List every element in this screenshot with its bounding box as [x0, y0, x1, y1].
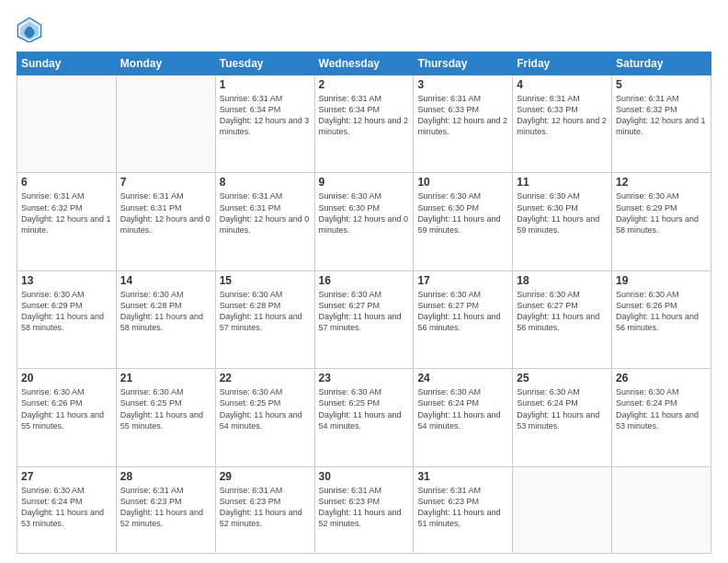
day-number: 3 — [417, 78, 508, 91]
day-info: Sunrise: 6:30 AM Sunset: 6:30 PM Dayligh… — [417, 190, 508, 236]
day-info: Sunrise: 6:30 AM Sunset: 6:24 PM Dayligh… — [417, 386, 508, 431]
calendar-cell: 1Sunrise: 6:31 AM Sunset: 6:34 PM Daylig… — [215, 75, 314, 173]
day-number: 17 — [417, 274, 508, 287]
logo — [17, 17, 46, 42]
day-number: 13 — [21, 274, 112, 287]
calendar-cell: 16Sunrise: 6:30 AM Sunset: 6:27 PM Dayli… — [314, 270, 414, 368]
day-info: Sunrise: 6:31 AM Sunset: 6:33 PM Dayligh… — [417, 93, 508, 138]
day-number: 11 — [517, 176, 608, 189]
day-info: Sunrise: 6:31 AM Sunset: 6:34 PM Dayligh… — [220, 93, 311, 138]
week-row-4: 27Sunrise: 6:30 AM Sunset: 6:24 PM Dayli… — [17, 466, 711, 553]
week-row-2: 13Sunrise: 6:30 AM Sunset: 6:29 PM Dayli… — [17, 270, 711, 368]
header-row: SundayMondayTuesdayWednesdayThursdayFrid… — [17, 52, 711, 75]
week-row-3: 20Sunrise: 6:30 AM Sunset: 6:26 PM Dayli… — [17, 369, 711, 466]
day-number: 10 — [417, 176, 508, 189]
day-number: 24 — [417, 372, 508, 385]
day-info: Sunrise: 6:30 AM Sunset: 6:27 PM Dayligh… — [319, 289, 410, 334]
week-row-1: 6Sunrise: 6:31 AM Sunset: 6:32 PM Daylig… — [17, 173, 711, 270]
day-info: Sunrise: 6:31 AM Sunset: 6:23 PM Dayligh… — [319, 485, 410, 530]
day-info: Sunrise: 6:31 AM Sunset: 6:33 PM Dayligh… — [517, 93, 608, 138]
day-number: 29 — [220, 470, 311, 483]
calendar-cell: 18Sunrise: 6:30 AM Sunset: 6:27 PM Dayli… — [513, 270, 612, 368]
day-number: 27 — [21, 470, 112, 483]
day-info: Sunrise: 6:31 AM Sunset: 6:32 PM Dayligh… — [616, 93, 707, 138]
day-number: 30 — [319, 470, 410, 483]
day-number: 21 — [120, 372, 211, 385]
day-number: 12 — [616, 176, 707, 189]
calendar-cell: 4Sunrise: 6:31 AM Sunset: 6:33 PM Daylig… — [513, 75, 612, 173]
day-info: Sunrise: 6:31 AM Sunset: 6:23 PM Dayligh… — [220, 485, 311, 530]
day-number: 14 — [120, 274, 211, 287]
calendar-cell: 20Sunrise: 6:30 AM Sunset: 6:26 PM Dayli… — [17, 369, 117, 466]
calendar-cell: 23Sunrise: 6:30 AM Sunset: 6:25 PM Dayli… — [314, 369, 414, 466]
day-number: 20 — [21, 372, 112, 385]
calendar-cell: 30Sunrise: 6:31 AM Sunset: 6:23 PM Dayli… — [314, 466, 414, 553]
day-info: Sunrise: 6:30 AM Sunset: 6:29 PM Dayligh… — [21, 289, 112, 334]
day-info: Sunrise: 6:31 AM Sunset: 6:31 PM Dayligh… — [120, 190, 211, 236]
day-info: Sunrise: 6:30 AM Sunset: 6:24 PM Dayligh… — [616, 386, 707, 431]
day-info: Sunrise: 6:31 AM Sunset: 6:31 PM Dayligh… — [220, 190, 311, 236]
calendar-cell: 25Sunrise: 6:30 AM Sunset: 6:24 PM Dayli… — [513, 369, 612, 466]
calendar-cell: 21Sunrise: 6:30 AM Sunset: 6:25 PM Dayli… — [116, 369, 215, 466]
calendar-cell: 31Sunrise: 6:31 AM Sunset: 6:23 PM Dayli… — [414, 466, 513, 553]
day-info: Sunrise: 6:30 AM Sunset: 6:25 PM Dayligh… — [120, 386, 211, 431]
calendar-cell: 17Sunrise: 6:30 AM Sunset: 6:27 PM Dayli… — [414, 270, 513, 368]
calendar-cell: 12Sunrise: 6:30 AM Sunset: 6:29 PM Dayli… — [612, 173, 711, 270]
day-info: Sunrise: 6:30 AM Sunset: 6:30 PM Dayligh… — [319, 190, 410, 236]
day-number: 16 — [319, 274, 410, 287]
day-info: Sunrise: 6:31 AM Sunset: 6:32 PM Dayligh… — [21, 190, 112, 236]
day-number: 26 — [616, 372, 707, 385]
calendar-cell — [17, 75, 117, 173]
calendar-cell — [116, 75, 215, 173]
calendar-cell — [513, 466, 612, 553]
day-number: 2 — [319, 78, 410, 91]
calendar-cell — [612, 466, 711, 553]
day-info: Sunrise: 6:30 AM Sunset: 6:26 PM Dayligh… — [616, 289, 707, 334]
day-number: 23 — [319, 372, 410, 385]
day-info: Sunrise: 6:30 AM Sunset: 6:27 PM Dayligh… — [417, 289, 508, 334]
day-number: 31 — [417, 470, 508, 483]
header-cell-thursday: Thursday — [414, 52, 513, 75]
calendar-cell: 6Sunrise: 6:31 AM Sunset: 6:32 PM Daylig… — [17, 173, 117, 270]
day-number: 25 — [517, 372, 608, 385]
day-number: 9 — [319, 176, 410, 189]
calendar-cell: 8Sunrise: 6:31 AM Sunset: 6:31 PM Daylig… — [215, 173, 314, 270]
page: SundayMondayTuesdayWednesdayThursdayFrid… — [0, 0, 728, 563]
day-number: 15 — [220, 274, 311, 287]
calendar-cell: 7Sunrise: 6:31 AM Sunset: 6:31 PM Daylig… — [116, 173, 215, 270]
day-info: Sunrise: 6:30 AM Sunset: 6:24 PM Dayligh… — [517, 386, 608, 431]
day-info: Sunrise: 6:31 AM Sunset: 6:23 PM Dayligh… — [120, 485, 211, 530]
calendar-cell: 27Sunrise: 6:30 AM Sunset: 6:24 PM Dayli… — [17, 466, 117, 553]
day-number: 5 — [616, 78, 707, 91]
day-info: Sunrise: 6:31 AM Sunset: 6:34 PM Dayligh… — [319, 93, 410, 138]
calendar-cell: 3Sunrise: 6:31 AM Sunset: 6:33 PM Daylig… — [414, 75, 513, 173]
day-number: 8 — [220, 176, 311, 189]
day-info: Sunrise: 6:30 AM Sunset: 6:27 PM Dayligh… — [517, 289, 608, 334]
week-row-0: 1Sunrise: 6:31 AM Sunset: 6:34 PM Daylig… — [17, 75, 711, 173]
calendar-cell: 26Sunrise: 6:30 AM Sunset: 6:24 PM Dayli… — [612, 369, 711, 466]
day-number: 6 — [21, 176, 112, 189]
header-cell-saturday: Saturday — [612, 52, 711, 75]
calendar-body: 1Sunrise: 6:31 AM Sunset: 6:34 PM Daylig… — [17, 75, 711, 554]
day-info: Sunrise: 6:30 AM Sunset: 6:25 PM Dayligh… — [319, 386, 410, 431]
calendar-cell: 13Sunrise: 6:30 AM Sunset: 6:29 PM Dayli… — [17, 270, 117, 368]
header-cell-sunday: Sunday — [17, 52, 117, 75]
day-info: Sunrise: 6:30 AM Sunset: 6:28 PM Dayligh… — [120, 289, 211, 334]
calendar-cell: 15Sunrise: 6:30 AM Sunset: 6:28 PM Dayli… — [215, 270, 314, 368]
day-number: 7 — [120, 176, 211, 189]
calendar-cell: 24Sunrise: 6:30 AM Sunset: 6:24 PM Dayli… — [414, 369, 513, 466]
day-info: Sunrise: 6:30 AM Sunset: 6:29 PM Dayligh… — [616, 190, 707, 236]
day-info: Sunrise: 6:30 AM Sunset: 6:24 PM Dayligh… — [21, 485, 112, 530]
calendar-cell: 19Sunrise: 6:30 AM Sunset: 6:26 PM Dayli… — [612, 270, 711, 368]
calendar-cell: 9Sunrise: 6:30 AM Sunset: 6:30 PM Daylig… — [314, 173, 414, 270]
day-info: Sunrise: 6:30 AM Sunset: 6:30 PM Dayligh… — [517, 190, 608, 236]
day-info: Sunrise: 6:31 AM Sunset: 6:23 PM Dayligh… — [417, 485, 508, 530]
day-number: 19 — [616, 274, 707, 287]
day-number: 22 — [220, 372, 311, 385]
calendar-cell: 11Sunrise: 6:30 AM Sunset: 6:30 PM Dayli… — [513, 173, 612, 270]
calendar-cell: 28Sunrise: 6:31 AM Sunset: 6:23 PM Dayli… — [116, 466, 215, 553]
header-cell-tuesday: Tuesday — [215, 52, 314, 75]
day-number: 18 — [517, 274, 608, 287]
header — [17, 17, 711, 42]
calendar-header: SundayMondayTuesdayWednesdayThursdayFrid… — [17, 52, 711, 75]
